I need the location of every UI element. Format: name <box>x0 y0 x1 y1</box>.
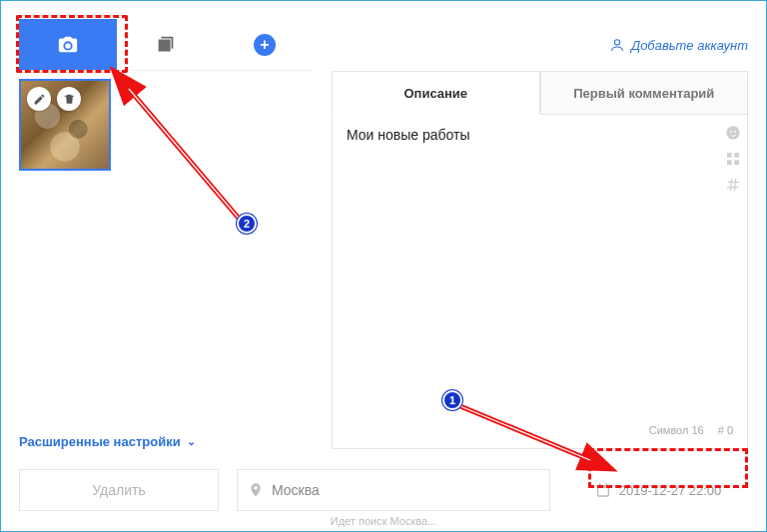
plus-icon: + <box>254 34 276 56</box>
description-tabs: Описание Первый комментарий <box>332 71 748 115</box>
thumbnail-area <box>19 71 314 428</box>
tab-gallery[interactable] <box>117 19 215 70</box>
right-panel: Добавьте аккаунт Описание Первый коммент… <box>332 19 748 449</box>
thumbnail-edit-button[interactable] <box>27 87 51 111</box>
advanced-settings-link[interactable]: Расширенные настройки ⌄ <box>19 434 314 449</box>
editor-toolbar <box>725 125 741 193</box>
location-input-wrapper[interactable] <box>237 469 550 511</box>
description-editor[interactable]: Мои новые работы Символ 16 # 0 <box>332 115 748 449</box>
svg-point-0 <box>614 40 619 45</box>
tab-description[interactable]: Описание <box>332 71 540 115</box>
thumbnail-delete-button[interactable] <box>57 87 81 111</box>
trash-icon <box>63 93 76 106</box>
bottom-toolbar: Удалить 2019-12-27 22:00 <box>19 467 748 513</box>
media-thumbnail[interactable] <box>19 79 111 171</box>
pencil-icon <box>33 93 46 106</box>
editor-footer: Символ 16 # 0 <box>347 424 733 436</box>
user-icon <box>609 37 625 53</box>
hashtag-icon[interactable] <box>725 177 741 193</box>
media-type-tabs: + <box>19 19 314 71</box>
gallery-icon <box>155 34 177 56</box>
description-text: Мои новые работы <box>347 127 733 424</box>
location-input[interactable] <box>272 482 539 498</box>
svg-point-3 <box>734 131 736 133</box>
camera-icon <box>57 34 79 56</box>
left-panel: + Расширенные настройки ⌄ <box>19 19 314 449</box>
svg-rect-4 <box>727 153 732 158</box>
svg-rect-7 <box>734 160 739 165</box>
schedule-date-field[interactable]: 2019-12-27 22:00 <box>568 469 748 511</box>
tab-first-comment[interactable]: Первый комментарий <box>540 71 749 115</box>
svg-point-2 <box>730 131 732 133</box>
advanced-settings-label: Расширенные настройки <box>19 434 181 449</box>
location-pin-icon <box>248 482 264 498</box>
calendar-icon <box>595 482 611 498</box>
add-account-link[interactable]: Добавьте аккаунт <box>332 19 748 71</box>
delete-button[interactable]: Удалить <box>19 469 219 511</box>
tab-add[interactable]: + <box>216 19 314 70</box>
emoji-icon[interactable] <box>725 125 741 141</box>
svg-rect-6 <box>727 160 732 165</box>
svg-rect-5 <box>734 153 739 158</box>
grid-icon[interactable] <box>725 151 741 167</box>
hashtag-count: # 0 <box>718 424 733 436</box>
svg-point-1 <box>726 126 739 139</box>
location-search-status: Идет поиск Москва... <box>1 515 766 527</box>
schedule-date-value: 2019-12-27 22:00 <box>619 483 722 498</box>
chevron-down-icon: ⌄ <box>187 435 196 448</box>
tab-camera[interactable] <box>19 19 117 70</box>
char-count: Символ 16 <box>649 424 704 436</box>
add-account-label: Добавьте аккаунт <box>631 38 748 53</box>
